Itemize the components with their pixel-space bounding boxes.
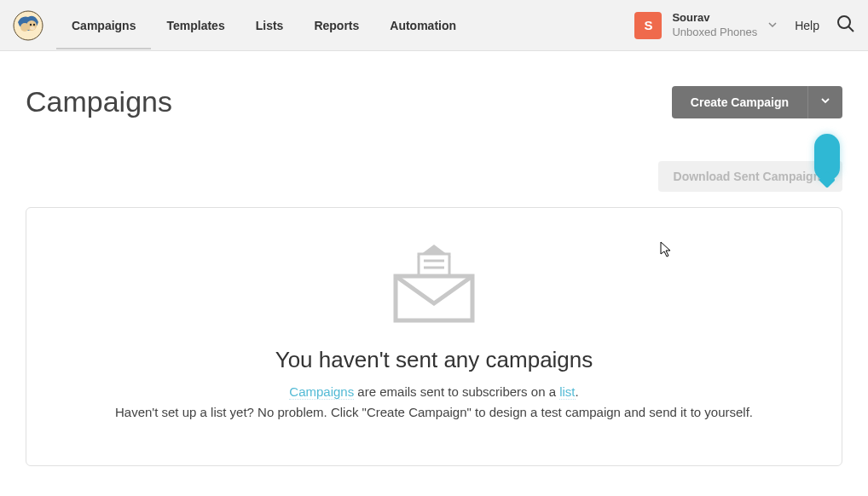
avatar: S [634,12,662,39]
empty-text-2: Haven't set up a list yet? No problem. C… [115,405,753,419]
nav-automation[interactable]: Automation [374,2,472,49]
list-link[interactable]: list [559,384,575,400]
empty-text-1: are emails sent to subscribers on a [354,384,559,399]
create-campaign-dropdown[interactable] [807,86,842,118]
help-link[interactable]: Help [795,19,819,32]
top-nav-bar: Campaigns Templates Lists Reports Automa… [0,0,868,51]
search-icon[interactable] [836,14,855,37]
page-header: Campaigns Create Campaign [26,85,842,118]
empty-state-card: You haven't sent any campaigns Campaigns… [26,207,842,466]
empty-state-description: Campaigns are emails sent to subscribers… [69,382,799,423]
nav-campaigns[interactable]: Campaigns [56,2,151,49]
account-org: Unboxed Phones [672,26,757,40]
create-campaign-button[interactable]: Create Campaign [672,86,807,118]
chevron-down-icon [820,95,830,108]
svg-point-4 [33,23,35,25]
topbar-right: S Sourav Unboxed Phones Help [634,11,855,40]
content-area: Campaigns Create Campaign Download Sent … [0,51,868,492]
mailchimp-logo-icon[interactable] [13,10,43,41]
campaigns-link[interactable]: Campaigns [289,384,354,400]
nav-reports[interactable]: Reports [298,2,374,49]
svg-line-7 [848,26,854,32]
chevron-down-icon [767,18,778,33]
envelope-icon [391,242,477,323]
create-campaign-group: Create Campaign [672,86,842,118]
account-name: Sourav [672,11,757,26]
page-title: Campaigns [26,85,172,118]
empty-state-title: You haven't sent any campaigns [69,347,799,373]
download-row: Download Sent Campaigns [26,161,842,192]
svg-point-6 [838,16,850,28]
hint-bubble-icon[interactable] [814,134,840,181]
main-nav: Campaigns Templates Lists Reports Automa… [56,2,472,49]
account-text: Sourav Unboxed Phones [672,11,757,40]
account-menu[interactable]: S Sourav Unboxed Phones [634,11,778,40]
svg-point-3 [30,23,32,25]
svg-point-5 [30,26,35,30]
nav-lists[interactable]: Lists [240,2,299,49]
nav-templates[interactable]: Templates [151,2,240,49]
